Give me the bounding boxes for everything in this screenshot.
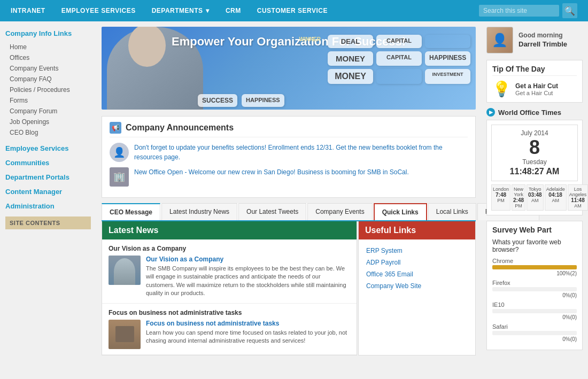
- tip-sub: Get a Hair Cut: [515, 90, 558, 96]
- sidebar-item-company-events[interactable]: Company Events: [5, 63, 91, 74]
- news-item-2-text: Learn how you can spend more time focuse…: [146, 329, 350, 345]
- survey-chrome: Chrome 100%(2): [492, 258, 577, 276]
- tip-main: Get a Hair Cut: [515, 82, 558, 90]
- clock-time: 11:48:27 AM: [496, 167, 573, 176]
- sidebar-item-offices[interactable]: Offices: [5, 52, 91, 63]
- announcement-text-1[interactable]: Don't forget to update your benefits sel…: [134, 143, 468, 162]
- tab-ceo-message[interactable]: CEO Message: [102, 203, 160, 220]
- tab-quick-links[interactable]: Quick Links: [374, 203, 427, 220]
- news-item-2-title: Focus on business not administrative tas…: [109, 309, 350, 316]
- useful-link-o365[interactable]: Office 365 Email: [366, 268, 468, 280]
- hero-tag-capital1: CAPITAL: [376, 35, 422, 48]
- sidebar-section-admin: Administration: [5, 202, 91, 210]
- top-navigation: INTRANET EMPLOYEE SERVICES DEPARTMENTS ▾…: [0, 0, 588, 21]
- announcements-title: 📢 Company Announcements: [110, 122, 468, 137]
- survey-ie10: IE10 0%(0): [492, 301, 577, 320]
- clock-newyork: New York 2:48 PM: [512, 184, 525, 211]
- useful-links-header: Useful Links: [359, 221, 475, 239]
- news-item-1-content: Our Vision as a Company The SMB Company …: [146, 256, 350, 298]
- sidebar-title-admin[interactable]: Administration: [5, 202, 91, 210]
- hero-tag-money2: MONEY: [328, 69, 373, 84]
- sidebar-item-jobs[interactable]: Job Openings: [5, 117, 91, 127]
- tab-latest-news[interactable]: Latest Industry News: [161, 203, 237, 220]
- sidebar-section-communities: Communities: [5, 159, 91, 167]
- news-thumb-biz: [109, 320, 141, 349]
- search-button[interactable]: 🔍: [562, 3, 577, 18]
- hero-tag-capital2: CAPITAL: [376, 51, 422, 66]
- tip-content: 💡 Get a Hair Cut Get a Hair Cut: [492, 80, 577, 98]
- survey-safari: Safari 0%(0): [492, 323, 577, 342]
- clock-month: July 2014: [496, 129, 573, 137]
- news-item-2-link[interactable]: Focus on business not administrative tas…: [146, 320, 350, 327]
- useful-links-panel: Useful Links ERP System ADP Payroll Offi…: [358, 221, 476, 355]
- news-thumb-1: [109, 256, 141, 285]
- announcement-item-2: 🏢 New Office Open - Welcome our new crew…: [110, 167, 468, 187]
- tab-local-links[interactable]: Local Links: [428, 203, 476, 220]
- announcements-section: 📢 Company Announcements 👤 Don't forget t…: [102, 116, 476, 198]
- announcement-avatar-2: 🏢: [110, 167, 129, 187]
- right-sidebar: 👤 Good morning Darrell Trimble Tip Of Th…: [481, 21, 588, 361]
- survey-firefox: Firefox 0%(0): [492, 280, 577, 298]
- chrome-bar: [492, 265, 577, 269]
- news-item-2: Focus on business not administrative tas…: [102, 304, 357, 355]
- tabs-content: Latest News Our Vision as a Company Our …: [102, 221, 476, 355]
- useful-link-adp[interactable]: ADP Payroll: [366, 257, 468, 268]
- useful-link-website[interactable]: Company Web Site: [366, 280, 468, 292]
- sidebar-title-employee[interactable]: Employee Services: [5, 144, 91, 152]
- news-item-1: Our Vision as a Company Our Vision as a …: [102, 239, 357, 304]
- sidebar-title-content[interactable]: Content Manager: [5, 188, 91, 196]
- sidebar-title-communities[interactable]: Communities: [5, 159, 91, 167]
- user-avatar: 👤: [486, 27, 513, 53]
- clock-losangeles: Los Angeles 11:48 AM: [568, 184, 588, 211]
- announcement-item-1: 👤 Don't forget to update your benefits s…: [110, 143, 468, 162]
- clock-main: July 2014 8 Tuesday 11:48:27 AM: [491, 125, 578, 181]
- news-item-1-body: Our Vision as a Company The SMB Company …: [109, 256, 350, 298]
- world-office-title: ▶ World Office Times: [486, 108, 583, 117]
- nav-intranet[interactable]: INTRANET: [11, 7, 45, 14]
- winner-badge: WINNER: [299, 36, 321, 42]
- hero-tag-investment: INVESTMENT: [425, 69, 470, 84]
- nav-customer-service[interactable]: CUSTOMER SERVICE: [257, 7, 328, 14]
- tabs-bar: CEO Message Latest Industry News Our Lat…: [102, 203, 476, 221]
- sidebar-section-employee: Employee Services: [5, 144, 91, 152]
- sidebar-title-departments[interactable]: Department Portals: [5, 173, 91, 181]
- useful-link-erp[interactable]: ERP System: [366, 245, 468, 257]
- hero-tag-empty2: [376, 69, 422, 84]
- sidebar-site-contents[interactable]: SITE CONTENTS: [5, 216, 91, 229]
- survey-title: Survey Web Part: [492, 226, 577, 234]
- nav-employee-services[interactable]: EMPLOYEE SERVICES: [61, 7, 136, 14]
- sidebar-section-departments: Department Portals: [5, 173, 91, 181]
- sidebar-item-policies[interactable]: Policies / Procedures: [5, 84, 91, 95]
- search-bar: 🔍: [479, 3, 577, 18]
- tab-latest-tweets[interactable]: Our Latest Tweets: [238, 203, 306, 220]
- nav-crm[interactable]: CRM: [226, 7, 241, 14]
- hero-tag-money1: MONEY: [328, 51, 373, 66]
- clock-london: London 7:48 PM: [491, 184, 510, 211]
- tab-company-events[interactable]: Company Events: [307, 203, 372, 220]
- news-thumb-person: [109, 256, 141, 285]
- hero-tag-empty1: [425, 35, 470, 48]
- clock-day: 8: [496, 138, 573, 157]
- news-item-2-body: Focus on business not administrative tas…: [109, 320, 350, 349]
- clock-cities: London 7:48 PM New York 2:48 PM Tokyo 03…: [491, 184, 578, 211]
- sidebar-item-ceo-blog[interactable]: CEO Blog: [5, 127, 91, 138]
- user-greeting: 👤 Good morning Darrell Trimble: [486, 27, 583, 53]
- hero-tags: DEAL CAPITAL MONEY CAPITAL HAPPINESS MON…: [328, 35, 470, 84]
- news-item-1-link[interactable]: Our Vision as a Company: [146, 256, 350, 263]
- sidebar-item-forms[interactable]: Forms: [5, 95, 91, 106]
- hero-tag-happiness2: HAPPINESS: [242, 94, 284, 107]
- sidebar-title-company[interactable]: Company Info Links: [5, 29, 91, 37]
- hero-tag-success: SUCCESS: [198, 94, 237, 107]
- sidebar-item-company-faq[interactable]: Company FAQ: [5, 74, 91, 84]
- nav-departments[interactable]: DEPARTMENTS ▾: [152, 7, 210, 14]
- clock-weekday: Tuesday: [496, 158, 573, 166]
- clock-widget: July 2014 8 Tuesday 11:48:27 AM London 7…: [486, 120, 583, 215]
- clock-tokyo: Tokyo 03:48 AM: [527, 184, 544, 211]
- search-input[interactable]: [479, 5, 559, 17]
- announcement-avatar-1: 👤: [110, 143, 129, 162]
- announcement-text-2[interactable]: New Office Open - Welcome our new crew i…: [134, 167, 409, 177]
- user-greeting-text: Good morning Darrell Trimble: [519, 31, 567, 50]
- sidebar-item-home[interactable]: Home: [5, 42, 91, 52]
- main-content: Empower Your Organization For Success! W…: [96, 21, 481, 361]
- sidebar-item-forum[interactable]: Company Forum: [5, 106, 91, 117]
